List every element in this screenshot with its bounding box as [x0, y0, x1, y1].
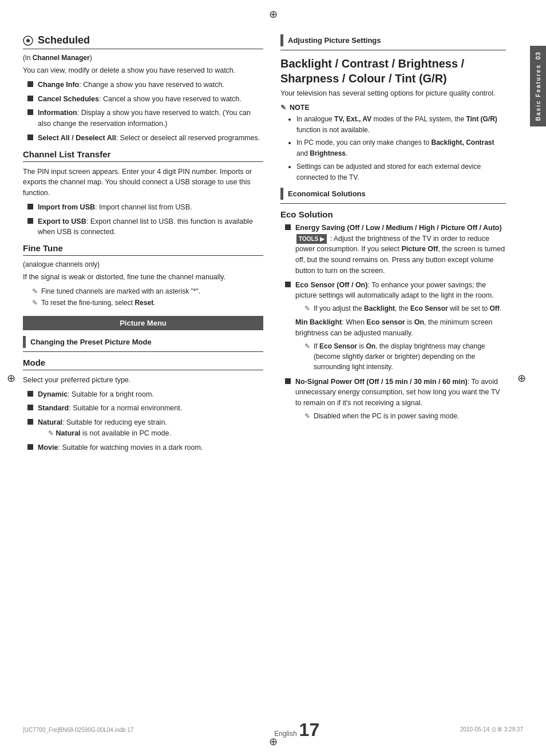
scheduled-bullets: Change Info: Change a show you have rese…	[27, 80, 263, 144]
bullet-icon	[27, 444, 33, 450]
economical-section: Economical Solutions	[280, 188, 506, 204]
note-icon: ✎	[32, 286, 38, 296]
note-icon: ✎	[32, 298, 38, 308]
page-container: ⊕ ⊕ ⊕ ⊕ 03 Basic Features Scheduled (in …	[0, 0, 546, 756]
backlight-body: Your television has several setting opti…	[280, 88, 506, 99]
section-bar	[280, 34, 283, 46]
eco-bullet-sensor: Eco Sensor (Off / On): To enhance your p…	[285, 280, 506, 373]
scheduled-section: Scheduled (in Channel Manager) You can v…	[23, 34, 263, 144]
footer-timestamp: 2010-05-14 오후 3:29:37	[460, 726, 523, 734]
fine-tune-in-note: (analogue channels only)	[23, 260, 263, 268]
fine-tune-title: Fine Tune	[23, 243, 263, 253]
economical-header-title: Economical Solutions	[288, 188, 366, 200]
economical-header-wrapper: Economical Solutions	[280, 188, 506, 200]
note-header-icon: ✎	[280, 104, 286, 112]
bullet-icon	[285, 378, 291, 384]
scheduled-in-note: (in Channel Manager)	[23, 54, 263, 62]
bullet-icon	[285, 282, 291, 287]
scheduled-title: Scheduled	[23, 34, 263, 46]
mode-bullet-natural: Natural: Suitable for reducing eye strai…	[27, 417, 263, 439]
scheduled-icon	[23, 35, 33, 46]
min-backlight-text: Min Backlight: When Eco sensor is On, th…	[295, 317, 506, 339]
footer-filename: [UC7700_Fre]BN68-02590G-00L04.indb 17	[23, 727, 133, 733]
adjusting-picture-header: Adjusting Picture Settings	[280, 34, 506, 46]
top-center-mark: ⊕	[269, 8, 278, 21]
backlight-section: Backlight / Contrast / Brightness / Shar…	[280, 56, 506, 183]
side-tab-number: 03	[535, 52, 541, 60]
right-center-mark: ⊕	[517, 372, 526, 385]
left-center-mark: ⊕	[7, 372, 15, 385]
channel-bullet-1: Import from USB: Import channel list fro…	[27, 202, 263, 213]
adjusting-picture-section: Adjusting Picture Settings	[280, 34, 506, 50]
economical-divider	[280, 203, 506, 204]
fine-tune-note1: ✎ Fine tuned channels are marked with an…	[32, 286, 263, 296]
scheduled-bullet-4: Select All / Deselect All: Select or des…	[27, 133, 263, 144]
footer-page: English 17	[274, 721, 319, 739]
bullet-icon	[27, 419, 33, 425]
mode-section: Mode Select your preferred picture type.…	[23, 358, 263, 453]
scheduled-bullet-3: Information: Display a show you have res…	[27, 108, 263, 129]
eco-sensor-note1: ✎ If you adjust the Backlight, the Eco S…	[304, 303, 506, 314]
backlight-note-2: In PC mode, you can only make changes to…	[296, 137, 506, 159]
bullet-icon	[27, 109, 33, 115]
bullet-icon	[27, 81, 33, 87]
footer-page-number: 17	[299, 721, 320, 739]
channel-list-bullets: Import from USB: Import channel list fro…	[27, 202, 263, 238]
fine-tune-section: Fine Tune (analogue channels only) If th…	[23, 243, 263, 308]
eco-solution-title: Eco Solution	[280, 209, 506, 219]
bullet-icon	[285, 224, 291, 230]
eco-sensor-note2: ✎ If Eco Sensor is On, the display brigh…	[304, 341, 506, 372]
right-column: Adjusting Picture Settings Backlight / C…	[280, 34, 523, 458]
eco-solution-section: Eco Solution Energy Saving (Off / Low / …	[280, 209, 506, 422]
adjusting-divider	[280, 50, 506, 50]
mode-bullet-standard: Standard: Suitable for a normal environm…	[27, 403, 263, 414]
bullet-icon	[27, 134, 33, 140]
scheduled-divider	[23, 49, 263, 49]
preset-divider	[23, 351, 263, 352]
changing-preset-header: Changing the Preset Picture Mode	[23, 336, 263, 348]
side-tab-label: Basic Features	[535, 64, 541, 121]
fine-tune-divider	[23, 255, 263, 256]
section-bar	[280, 188, 283, 200]
bullet-icon	[27, 391, 33, 397]
adjusting-picture-title: Adjusting Picture Settings	[288, 34, 381, 46]
scheduled-bullet-1: Change Info: Change a show you have rese…	[27, 80, 263, 90]
scheduled-bullet-2: Cancel Schedules: Cancel a show you have…	[27, 94, 263, 105]
channel-list-transfer-section: Channel List Transfer The PIN input scre…	[23, 149, 263, 238]
bullet-icon	[27, 405, 33, 410]
scheduled-body: You can view, modify or delete a show yo…	[23, 65, 263, 76]
eco-solution-bullets: Energy Saving (Off / Low / Medium / High…	[285, 223, 506, 422]
eco-bullet-energy: Energy Saving (Off / Low / Medium / High…	[285, 223, 506, 276]
footer: [UC7700_Fre]BN68-02590G-00L04.indb 17 En…	[23, 721, 523, 739]
channel-list-transfer-title: Channel List Transfer	[23, 149, 263, 159]
channel-bullet-2: Export to USB: Export channel list to US…	[27, 216, 263, 238]
fine-tune-note2: ✎ To reset the fine-tuning, select Reset…	[32, 298, 263, 308]
bullet-icon	[27, 96, 33, 101]
backlight-note-bullets: In analogue TV, Ext., AV modes of the PA…	[296, 114, 506, 183]
section-bar	[23, 336, 26, 348]
mode-bullets: Dynamic: Suitable for a bright room. Sta…	[27, 389, 263, 453]
mode-bullet-dynamic: Dynamic: Suitable for a bright room.	[27, 389, 263, 400]
mode-title: Mode	[23, 358, 263, 367]
picture-menu-banner: Picture Menu	[23, 316, 263, 330]
mode-divider	[23, 370, 263, 370]
changing-preset-section: Changing the Preset Picture Mode	[23, 336, 263, 352]
tools-badge: TOOLS ▶	[296, 234, 327, 244]
fine-tune-body: If the signal is weak or distorted, fine…	[23, 272, 263, 283]
mode-bullet-movie: Movie: Suitable for watching movies in a…	[27, 442, 263, 453]
bullet-icon	[27, 218, 33, 224]
footer-language: English	[274, 730, 296, 738]
note-icon: ✎	[304, 411, 310, 421]
backlight-note-1: In analogue TV, Ext., AV modes of the PA…	[296, 114, 506, 136]
backlight-title: Backlight / Contrast / Brightness / Shar…	[280, 56, 506, 86]
note-icon: ✎	[304, 341, 310, 351]
backlight-note-3: Settings can be adjusted and stored for …	[296, 161, 506, 183]
svg-point-1	[26, 39, 30, 42]
channel-list-body: The PIN input screen appears. Enter your…	[23, 167, 263, 199]
eco-bullet-nosignal: No-Signal Power Off (Off / 15 min / 30 m…	[285, 377, 506, 422]
nosignal-note: ✎ Disabled when the PC is in power savin…	[304, 411, 506, 421]
channel-list-divider	[23, 161, 263, 162]
side-tab: 03 Basic Features	[530, 46, 546, 126]
note-header: ✎ NOTE	[280, 104, 506, 112]
bullet-icon	[27, 204, 33, 209]
